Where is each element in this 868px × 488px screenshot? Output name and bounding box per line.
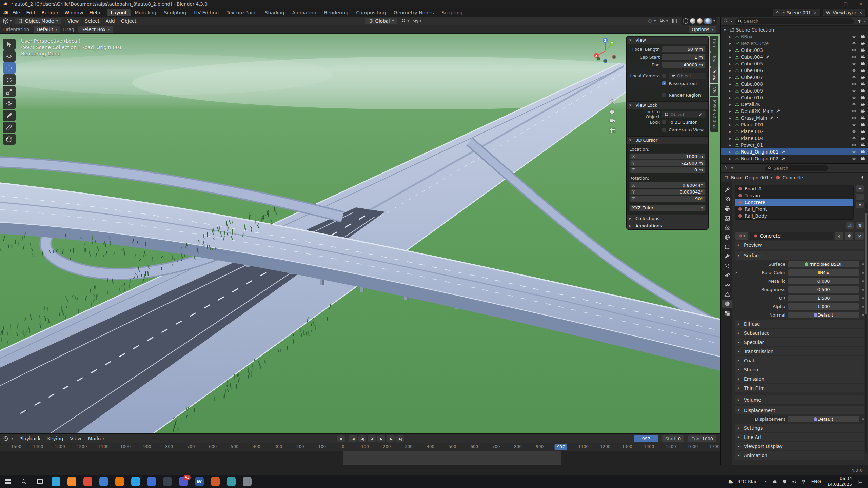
outliner-object-row[interactable]: ▸ Road_Origin.001 <box>721 148 868 155</box>
transport-button[interactable]: |▶ <box>387 435 395 442</box>
expand-arrow-icon[interactable]: ▸ <box>729 82 733 86</box>
property-field[interactable]: Mix <box>788 269 859 276</box>
close-button[interactable]: × <box>853 0 868 8</box>
properties-tab[interactable] <box>722 243 732 251</box>
collapsed-panel-header[interactable]: ▸Settings <box>735 424 864 432</box>
disable-render-camera-icon[interactable] <box>861 102 865 107</box>
animate-dot-icon[interactable] <box>862 263 864 265</box>
frame-end-field[interactable]: End1000 <box>688 435 717 442</box>
property-field[interactable]: 0.500 <box>788 286 859 293</box>
current-frame-field[interactable]: 997 <box>634 435 658 442</box>
collapsed-panel-header[interactable]: ▸Diffuse <box>735 320 864 328</box>
drag-dropdown[interactable]: Select Box ▾ <box>78 26 113 33</box>
timeline-menu-item[interactable]: View <box>67 435 84 442</box>
filter-icon[interactable] <box>857 19 862 24</box>
minimize-button[interactable]: ─ <box>823 0 838 8</box>
lock-object-field[interactable]: Object <box>662 111 706 118</box>
workspace-tab[interactable]: Shading <box>261 9 288 16</box>
collapsed-panel-header[interactable]: ▸Volume <box>735 395 864 404</box>
animate-dot-icon[interactable] <box>862 306 864 308</box>
browse-material-button[interactable]: ▾ <box>735 232 749 240</box>
outliner-object-row[interactable]: ▸ Plane.001 <box>721 121 868 128</box>
animate-dot-icon[interactable] <box>862 418 864 420</box>
expand-arrow-icon[interactable]: ▸ <box>729 143 733 147</box>
unlink-scene-icon[interactable]: × <box>813 10 817 15</box>
timeline-editor-icon[interactable] <box>3 436 8 441</box>
panel-collections-header[interactable]: ▸Collections <box>627 215 708 222</box>
expand-arrow-icon[interactable]: ▸ <box>729 136 733 141</box>
taskbar-app-icon[interactable] <box>207 475 223 488</box>
add-slot-button[interactable]: + <box>856 185 864 192</box>
rotation-axis-field[interactable]: Z -90° <box>629 196 706 202</box>
expand-arrow-icon[interactable]: ▸ <box>729 150 733 154</box>
property-field[interactable]: 1.000 <box>788 303 859 310</box>
property-field[interactable]: Default <box>788 415 859 423</box>
camera-view-icon[interactable] <box>609 117 616 124</box>
taskbar-app-icon[interactable] <box>80 475 96 488</box>
security-shield-icon[interactable] <box>780 475 789 488</box>
camera-to-view-checkbox[interactable] <box>662 127 667 132</box>
n-panel-tab[interactable]: Tool <box>710 52 718 66</box>
disable-render-camera-icon[interactable] <box>861 95 865 100</box>
menu-item[interactable]: File <box>9 9 23 16</box>
expand-arrow-icon[interactable]: ▸ <box>729 116 733 120</box>
disable-render-camera-icon[interactable] <box>861 149 865 154</box>
disable-render-camera-icon[interactable] <box>861 82 865 86</box>
expand-arrow-icon[interactable]: ▾ <box>724 28 728 32</box>
maximize-button[interactable]: □ <box>838 0 853 8</box>
render-region-checkbox[interactable] <box>662 93 667 97</box>
unlink-viewlayer-icon[interactable]: × <box>859 10 862 15</box>
mode-dropdown[interactable]: Object Mode ▾ <box>15 18 61 24</box>
outliner-object-row[interactable]: ▸ Road_Origin.002 <box>721 155 868 162</box>
panel-3d-cursor-header[interactable]: ▾3D Cursor <box>627 136 708 144</box>
n-panel-tab[interactable]: VR <box>710 84 718 96</box>
hide-viewport-eye-icon[interactable] <box>852 34 856 39</box>
tool-button[interactable] <box>3 110 16 121</box>
timeline-menu-item[interactable]: Keying <box>44 435 66 442</box>
disable-render-camera-icon[interactable] <box>861 34 865 39</box>
transport-button[interactable]: ◀| <box>358 435 367 442</box>
hide-viewport-eye-icon[interactable] <box>852 109 856 114</box>
tool-button[interactable] <box>3 98 16 109</box>
transport-button[interactable]: |◀ <box>349 435 357 442</box>
taskbar-search-button[interactable] <box>16 475 32 488</box>
workspace-tab[interactable]: Layout <box>107 9 131 16</box>
tool-button[interactable] <box>3 50 16 62</box>
playhead[interactable] <box>561 443 561 465</box>
passepartout-checkbox[interactable] <box>662 81 667 86</box>
snap-toggle[interactable]: ▾ <box>400 18 409 24</box>
taskbar-app-icon[interactable] <box>96 475 112 488</box>
collapsed-panel-header[interactable]: ▸Animation <box>735 451 864 460</box>
timeline-ruler[interactable]: 997 -1500-1400-1300-1200-1100-1000-900-8… <box>0 443 720 451</box>
taskbar-app-icon[interactable]: 42 <box>175 475 191 488</box>
editor-type-selector[interactable]: ▾ <box>3 18 12 24</box>
disable-render-camera-icon[interactable] <box>861 143 865 147</box>
hide-viewport-eye-icon[interactable] <box>852 149 856 154</box>
hide-viewport-eye-icon[interactable] <box>852 75 856 80</box>
panel-view-lock-header[interactable]: ▾View Lock <box>627 101 708 109</box>
properties-tab[interactable] <box>722 271 732 279</box>
local-camera-field[interactable]: Object <box>669 73 706 79</box>
property-field[interactable]: 0.000 <box>788 278 859 285</box>
grid-view-icon[interactable] <box>609 127 616 134</box>
properties-tab[interactable] <box>722 214 732 222</box>
disable-render-camera-icon[interactable] <box>861 75 865 80</box>
n-panel-tab[interactable]: MPFB v2.0-a3 <box>710 97 718 132</box>
expand-arrow-icon[interactable]: ▸ <box>729 35 733 39</box>
properties-tab[interactable] <box>722 300 732 308</box>
xray-toggle-icon[interactable] <box>671 18 677 24</box>
workspace-tab[interactable]: Animation <box>288 9 320 16</box>
expand-arrow-icon[interactable]: ▸ <box>729 62 733 66</box>
expand-arrow-icon[interactable]: ▸ <box>729 75 733 80</box>
zoom-icon[interactable] <box>609 98 616 104</box>
properties-tab[interactable] <box>722 224 732 232</box>
timeline-menu-item[interactable]: Playback <box>16 435 43 442</box>
material-slot[interactable]: Road_A <box>735 185 853 192</box>
workspace-tab[interactable]: Texture Paint <box>223 9 261 16</box>
menu-item[interactable]: Render <box>39 9 62 16</box>
taskbar-app-icon[interactable] <box>223 475 239 488</box>
frame-start-field[interactable]: Start0 <box>662 435 685 442</box>
hide-viewport-eye-icon[interactable] <box>852 61 856 66</box>
navigation-gizmo[interactable]: Z X Y <box>591 36 620 65</box>
expand-arrow-icon[interactable]: ▸ <box>729 96 733 100</box>
